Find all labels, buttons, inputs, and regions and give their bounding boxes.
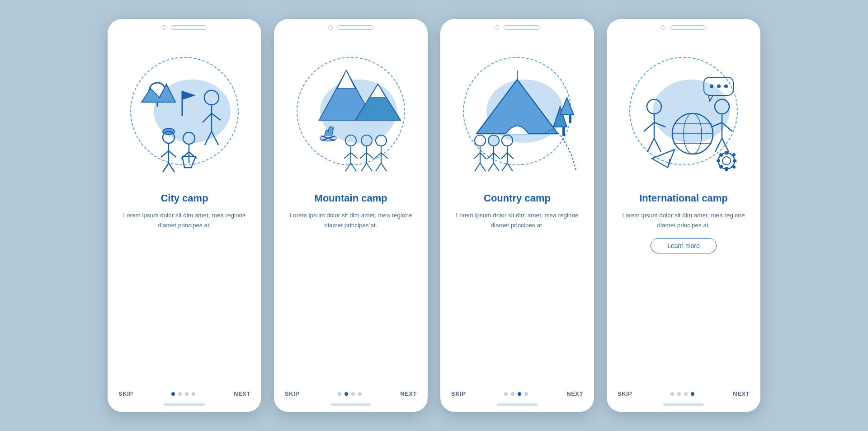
dot-1-3	[504, 392, 508, 396]
top-bar-circle-3	[495, 25, 499, 30]
international-camp-description: Lorem ipsum dolor sit dim amet, mea regi…	[620, 211, 747, 230]
content-international: International camp Lorem ipsum dolor sit…	[607, 188, 760, 383]
next-button-4[interactable]: NEXT	[733, 390, 750, 397]
dot-1	[171, 392, 175, 396]
svg-line-14	[161, 151, 169, 157]
svg-point-90	[710, 84, 713, 88]
svg-point-60	[488, 135, 499, 146]
top-bar-line	[171, 25, 207, 30]
svg-line-16	[163, 163, 169, 172]
top-bar	[108, 19, 261, 34]
svg-line-56	[474, 153, 480, 159]
top-bar-line-2	[337, 25, 373, 30]
svg-line-21	[181, 152, 189, 159]
dot-4	[192, 392, 195, 396]
skip-button-3[interactable]: SKIP	[451, 390, 466, 397]
svg-line-35	[351, 163, 356, 171]
country-camp-title: Country camp	[484, 192, 551, 204]
skip-button[interactable]: SKIP	[118, 390, 133, 397]
mountain-camp-title: Mountain camp	[314, 192, 387, 204]
svg-marker-93	[708, 95, 713, 101]
svg-line-65	[494, 163, 499, 171]
svg-marker-26	[370, 84, 386, 98]
svg-line-33	[351, 153, 358, 159]
svg-line-58	[475, 163, 480, 171]
dot-3-3	[518, 392, 521, 396]
dot-2	[178, 392, 182, 396]
svg-line-80	[654, 122, 665, 127]
bottom-nav-country: SKIP NEXT	[440, 383, 594, 401]
top-bar-4	[607, 19, 760, 34]
svg-line-82	[654, 138, 661, 152]
bottom-handle-3	[497, 403, 538, 406]
svg-point-5	[204, 90, 219, 105]
svg-marker-94	[652, 150, 675, 168]
svg-line-88	[722, 138, 729, 152]
svg-rect-101	[717, 159, 720, 162]
content-country: Country camp Lorem ipsum dolor sit dim a…	[440, 188, 594, 383]
dot-2-4	[677, 392, 681, 396]
svg-rect-104	[731, 164, 736, 169]
country-camp-description: Lorem ipsum dolor sit dim amet, mea regi…	[454, 211, 580, 230]
svg-line-7	[203, 113, 212, 122]
dot-3-4	[684, 392, 688, 396]
dot-4-2	[358, 392, 362, 396]
svg-line-40	[361, 163, 367, 171]
bottom-handle	[164, 403, 205, 406]
city-camp-title: City camp	[160, 192, 208, 204]
illustration-city	[108, 34, 261, 188]
svg-marker-4	[182, 91, 196, 100]
top-bar-3	[440, 19, 594, 34]
learn-more-button[interactable]: Learn more	[651, 238, 717, 253]
dots-row-4	[670, 392, 694, 396]
dots-row-3	[504, 392, 528, 396]
svg-marker-2	[142, 84, 175, 102]
mountain-camp-description: Lorem ipsum dolor sit dim amet, mea regi…	[288, 211, 414, 230]
svg-line-9	[205, 131, 212, 145]
svg-line-86	[722, 122, 732, 131]
svg-line-46	[376, 163, 381, 171]
bottom-nav-international: SKIP NEXT	[607, 383, 760, 401]
content-city: City camp Lorem ipsum dolor sit dim amet…	[108, 188, 261, 383]
svg-line-59	[480, 163, 486, 171]
top-bar-circle-2	[328, 25, 333, 30]
skip-button-2[interactable]: SKIP	[285, 390, 299, 397]
content-mountain: Mountain camp Lorem ipsum dolor sit dim …	[274, 188, 428, 383]
dot-4-3	[524, 392, 528, 396]
bottom-handle-4	[663, 403, 704, 406]
illustration-international	[607, 34, 760, 188]
svg-marker-24	[337, 70, 355, 89]
svg-point-54	[475, 135, 486, 146]
svg-rect-102	[733, 159, 736, 162]
svg-marker-52	[560, 98, 574, 115]
bottom-handle-2	[330, 403, 371, 406]
svg-line-45	[381, 153, 388, 159]
svg-point-30	[345, 135, 356, 146]
svg-line-47	[381, 163, 387, 171]
svg-line-10	[212, 131, 218, 145]
dots-row	[171, 392, 195, 396]
city-camp-svg	[108, 34, 261, 188]
svg-line-71	[507, 163, 513, 171]
svg-point-83	[715, 99, 729, 114]
svg-line-17	[169, 163, 175, 172]
dots-row-2	[338, 392, 362, 396]
skip-button-4[interactable]: SKIP	[618, 390, 632, 397]
phone-screen-country-camp: Country camp Lorem ipsum dolor sit dim a…	[440, 19, 594, 412]
phone-screen-city-camp: City camp Lorem ipsum dolor sit dim amet…	[108, 19, 261, 412]
country-camp-svg	[440, 34, 594, 188]
svg-rect-51	[562, 127, 565, 136]
top-bar-line-3	[504, 25, 540, 30]
next-button-3[interactable]: NEXT	[566, 390, 583, 397]
next-button-2[interactable]: NEXT	[400, 390, 417, 397]
svg-line-79	[644, 122, 654, 131]
svg-point-18	[183, 132, 195, 144]
svg-line-57	[480, 153, 486, 159]
next-button[interactable]: NEXT	[234, 390, 250, 397]
dot-1-2	[338, 392, 341, 396]
svg-line-63	[494, 153, 500, 159]
svg-line-68	[501, 153, 507, 159]
mountain-camp-svg	[274, 34, 428, 188]
svg-rect-99	[725, 151, 728, 155]
svg-line-34	[345, 163, 351, 171]
